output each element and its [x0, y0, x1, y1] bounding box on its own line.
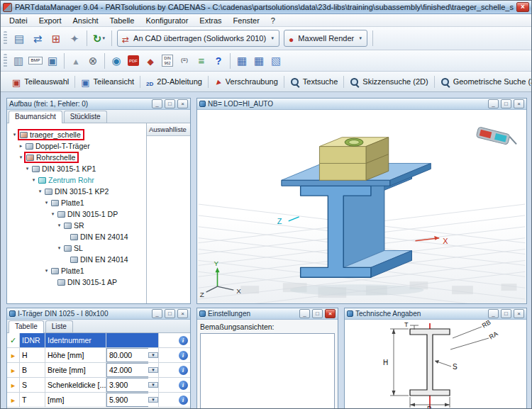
pdf-export-button[interactable] [126, 53, 141, 69]
toolbar-grip[interactable] [4, 54, 7, 68]
expander-icon[interactable] [50, 211, 56, 217]
tab-stueckliste[interactable]: Stückliste [64, 111, 107, 123]
maximize-button[interactable]: □ [501, 309, 511, 318]
tree-node-din-3015-kp1[interactable]: DIN 3015-1 KP1 [9, 163, 146, 174]
maximize-button[interactable]: □ [165, 309, 175, 318]
din-962-button[interactable]: DIN962 [160, 53, 175, 69]
stamp-button[interactable] [143, 53, 158, 69]
minimize-button[interactable]: _ [299, 309, 310, 318]
menu-fenster[interactable]: Fenster [228, 15, 265, 26]
tree-node-doppel-t-traeger[interactable]: Doppel-T-Träger [9, 140, 146, 152]
tree-node-din-en-24014[interactable]: DIN EN 24014 [9, 231, 146, 242]
close-button[interactable]: × [325, 309, 336, 318]
bemassungsansichten-list[interactable] [200, 333, 335, 409]
info-icon[interactable] [179, 366, 188, 375]
table-row-s[interactable]: S Schenkeldicke [... 3.900 [7, 378, 190, 393]
upload-button[interactable] [68, 53, 84, 69]
window-close-button[interactable]: × [516, 2, 529, 12]
expander-icon[interactable] [18, 143, 24, 149]
dropdown-arrow-icon[interactable] [148, 367, 158, 373]
layers-button[interactable] [194, 53, 209, 69]
table-row-t[interactable]: T [mm] 5.900 [7, 393, 190, 408]
tab-tabelle[interactable]: Tabelle [9, 320, 44, 333]
copy-button[interactable] [11, 53, 26, 69]
menu-tabelle[interactable]: Tabelle [104, 15, 140, 26]
tab-baumansicht[interactable]: Baumansicht [9, 111, 62, 123]
info-icon[interactable] [179, 336, 188, 345]
dropdown-arrow-icon[interactable] [148, 397, 158, 403]
table-row-h[interactable]: H Höhe [mm] 80.000 [7, 348, 190, 363]
cancel-button[interactable] [85, 53, 101, 69]
minimize-button[interactable]: _ [152, 309, 162, 318]
toolbar-grip[interactable] [4, 31, 7, 45]
tree-node-sl[interactable]: SL [9, 242, 146, 254]
update-sync-button[interactable]: ▼ [91, 30, 108, 47]
expander-icon[interactable] [56, 245, 62, 251]
close-button[interactable]: × [514, 309, 524, 318]
tab-verschraubung[interactable]: Verschraubung [209, 74, 283, 90]
expander-icon[interactable] [31, 177, 37, 183]
tree-node-din-3015-kp2[interactable]: DIN 3015-1 KP2 [9, 186, 146, 197]
tab-textsuche[interactable]: Textsuche [285, 74, 343, 89]
viewer-3d-canvas[interactable]: Z X Y X Z [197, 110, 526, 303]
tree-node-rohrschelle[interactable]: Rohrschelle [9, 152, 146, 163]
maximize-button[interactable]: □ [501, 99, 511, 108]
menu-ansicht[interactable]: Ansicht [67, 15, 104, 26]
close-button[interactable]: × [514, 99, 524, 108]
tab-geometrische-suche[interactable]: Geometrische Suche (3D) [436, 74, 532, 89]
tab-2d-ableitung[interactable]: 2D-Ableitung [141, 74, 207, 90]
value-combo[interactable]: 80.000 [106, 348, 159, 362]
minimize-button[interactable]: _ [152, 99, 162, 108]
tab-skizzensuche[interactable]: Skizzensuche (2D) [345, 74, 433, 89]
tab-liste[interactable]: Liste [45, 320, 73, 332]
table-row-idnr[interactable]: IDNR Identnummer [7, 333, 190, 348]
tree-node-zentrum-rohr[interactable]: Zentrum Rohr [9, 174, 146, 186]
info-icon[interactable] [179, 396, 188, 405]
tree-node-platte1[interactable]: Platte1 [9, 197, 146, 208]
info-cell[interactable] [176, 393, 190, 407]
menu-extras[interactable]: Extras [194, 15, 227, 26]
auswahlliste-list[interactable] [147, 136, 190, 303]
minimize-button[interactable]: _ [488, 99, 499, 108]
3d-model-ibeam-clamp[interactable] [282, 138, 431, 278]
expander-icon[interactable] [56, 223, 62, 228]
info-cell[interactable] [176, 348, 190, 362]
expander-icon[interactable] [24, 166, 31, 172]
maximize-button[interactable]: □ [312, 309, 323, 318]
value-combo[interactable]: 5.900 [106, 393, 159, 407]
expander-icon[interactable] [43, 268, 50, 274]
3d-scene[interactable]: Z X Y X Z [197, 110, 526, 303]
info-cell[interactable] [176, 378, 190, 392]
tree-node-traeger-schelle[interactable]: traeger_schelle [9, 129, 146, 140]
snapshot-button[interactable] [45, 53, 60, 69]
close-button[interactable]: × [177, 99, 188, 108]
help-button[interactable] [211, 53, 226, 69]
export-part-button[interactable] [29, 30, 46, 47]
expander-icon[interactable] [11, 132, 18, 138]
render-dropdown[interactable]: Maxwell Render ▼ [284, 30, 367, 47]
tree-node-platte1-2[interactable]: Platte1 [9, 265, 146, 276]
info-icon[interactable] [179, 381, 188, 390]
tree-node-din-3015-ap[interactable]: DIN 3015-1 AP [9, 276, 146, 288]
tree-node-din-3015-dp[interactable]: DIN 3015-1 DP [9, 208, 146, 220]
expander-icon[interactable] [43, 200, 50, 206]
cad-transfer-dropdown[interactable]: An CAD übertragen (Solidworks 2010) ▼ [117, 30, 279, 47]
value-combo[interactable]: 3.900 [106, 378, 159, 392]
menu-hilfe[interactable]: ? [265, 15, 281, 26]
assembly-structure-button[interactable] [48, 30, 65, 47]
table-view-alt-button[interactable] [251, 53, 267, 69]
expander-icon[interactable] [37, 189, 43, 194]
menu-export[interactable]: Export [33, 15, 67, 26]
tools-button[interactable] [66, 30, 83, 47]
tree-node-sr[interactable]: SR [9, 220, 146, 231]
value-combo[interactable]: 42.000 [106, 363, 159, 377]
3d-glasses-icon[interactable] [476, 127, 518, 147]
close-button[interactable]: × [177, 309, 188, 318]
dropdown-arrow-icon[interactable] [148, 382, 158, 388]
tab-teileansicht[interactable]: Teileansicht [76, 74, 139, 90]
open-project-button[interactable] [11, 30, 28, 47]
table-row-b[interactable]: B Breite [mm] 42.000 [7, 363, 190, 378]
bmp-export-button[interactable]: BMP [28, 53, 43, 69]
minimize-button[interactable]: _ [488, 309, 499, 318]
menu-datei[interactable]: Datei [4, 15, 33, 26]
